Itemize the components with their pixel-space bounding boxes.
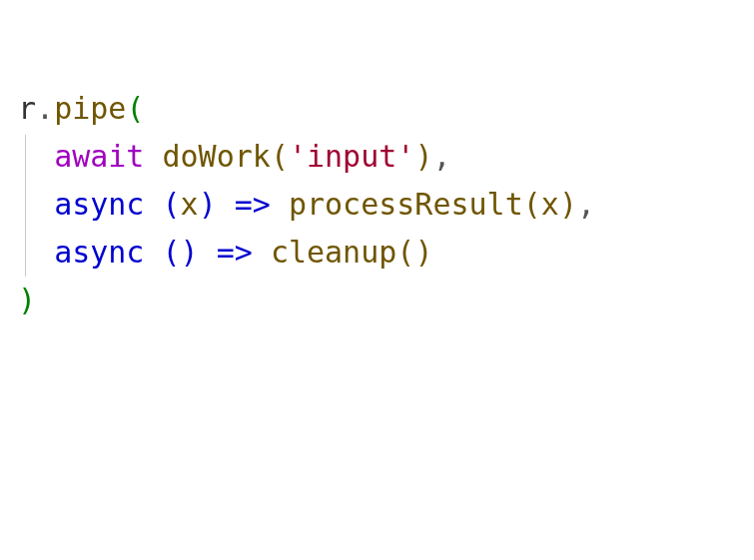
paren-close-inner: ) xyxy=(559,187,577,222)
paren-open-inner: ( xyxy=(523,187,541,222)
paren-close-inner: ) xyxy=(414,235,432,270)
comma: , xyxy=(432,139,450,174)
string-input: 'input' xyxy=(289,139,414,174)
method-pipe: pipe xyxy=(54,91,126,126)
paren-close-inner: ) xyxy=(414,139,432,174)
lambda-paren-open: ( xyxy=(163,235,181,270)
paren-open-inner: ( xyxy=(271,139,289,174)
param-x: x xyxy=(181,187,199,222)
paren-open-inner: ( xyxy=(396,235,414,270)
lambda-paren-close: ) xyxy=(199,187,217,222)
fn-cleanup: cleanup xyxy=(271,235,396,270)
paren-open: ( xyxy=(126,91,144,126)
lambda-paren-close: ) xyxy=(181,235,199,270)
comma: , xyxy=(577,187,595,222)
fn-processresult: processResult xyxy=(289,187,523,222)
indent xyxy=(18,187,54,222)
identifier-r: r xyxy=(18,91,36,126)
indent xyxy=(18,235,54,270)
indent xyxy=(18,139,54,174)
arg-x: x xyxy=(541,187,559,222)
code-block: r.pipe( await doWork('input'), async (x)… xyxy=(0,0,754,324)
fn-dowork: doWork xyxy=(163,139,271,174)
paren-close: ) xyxy=(18,282,36,317)
arrow: => xyxy=(217,235,253,270)
arrow: => xyxy=(235,187,271,222)
keyword-async: async xyxy=(54,235,144,270)
indent-guide xyxy=(25,135,26,277)
keyword-async: async xyxy=(54,187,144,222)
keyword-await: await xyxy=(54,139,144,174)
lambda-paren-open: ( xyxy=(163,187,181,222)
dot-operator: . xyxy=(36,91,54,126)
